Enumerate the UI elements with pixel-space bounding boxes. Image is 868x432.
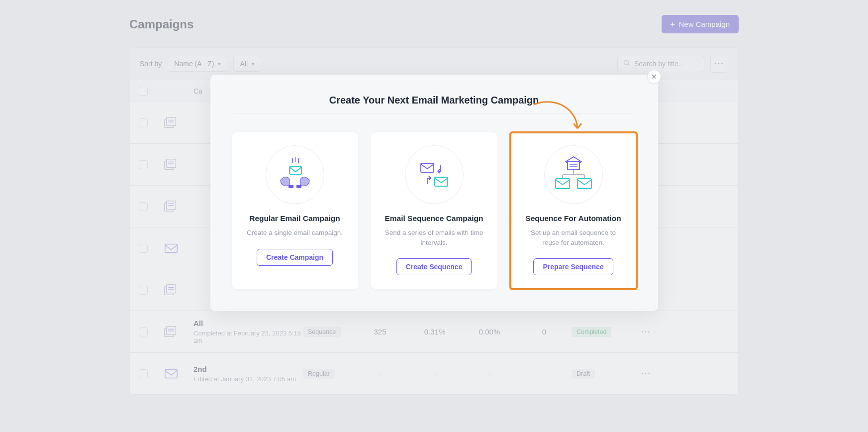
stack-icon <box>164 325 179 339</box>
svg-rect-23 <box>165 369 177 378</box>
row-value: - <box>517 369 572 378</box>
row-checkbox[interactable] <box>139 286 148 295</box>
stack-icon <box>164 116 179 130</box>
card-illustration <box>405 145 464 204</box>
card-desc: Create a single email campaign. <box>241 228 349 238</box>
svg-rect-39 <box>556 179 570 189</box>
stack-icon <box>164 200 179 214</box>
search-input-wrapper[interactable] <box>617 56 704 72</box>
row-value: - <box>353 369 407 378</box>
row-checkbox[interactable] <box>139 369 148 378</box>
hands-email-icon <box>275 156 315 193</box>
create-sequence-button[interactable]: Create Sequence <box>396 258 472 275</box>
chevron-down-icon: ▾ <box>252 61 255 67</box>
close-icon: ✕ <box>651 73 657 81</box>
row-subtitle: Completed at February 23, 2023 5:18 am <box>193 329 303 344</box>
svg-rect-24 <box>289 166 301 174</box>
table-row: 2nd Edited at January 31, 2023 7:05 am R… <box>130 353 738 395</box>
chevron-down-icon: ▾ <box>218 61 221 67</box>
svg-rect-31 <box>435 177 448 186</box>
modal-cards: Regular Email Campaign Create a single e… <box>228 132 640 289</box>
envelope-icon <box>164 367 179 381</box>
search-icon <box>623 59 630 69</box>
svg-rect-32 <box>568 162 579 170</box>
close-button[interactable]: ✕ <box>647 70 661 84</box>
page-header: Campaigns + New Campaign <box>129 15 739 33</box>
automation-tree-icon <box>552 155 595 195</box>
svg-rect-14 <box>165 244 177 252</box>
row-more-button[interactable]: ··· <box>631 369 661 378</box>
row-value: 325 <box>353 327 407 336</box>
prepare-sequence-button[interactable]: Prepare Sequence <box>533 258 613 275</box>
card-title: Email Sequence Campaign <box>380 214 488 223</box>
row-value: 0 <box>517 327 572 336</box>
create-campaign-modal: ✕ Create Your Next Email Marketing Campa… <box>210 75 658 311</box>
plus-icon: + <box>671 20 675 28</box>
row-subtitle: Edited at January 31, 2023 7:05 am <box>193 375 303 383</box>
svg-rect-20 <box>167 326 176 334</box>
card-regular-email: Regular Email Campaign Create a single e… <box>232 132 358 289</box>
svg-rect-30 <box>421 163 434 172</box>
filter-select[interactable]: All ▾ <box>233 56 261 72</box>
stack-icon <box>164 158 179 172</box>
stack-icon <box>164 283 179 297</box>
row-tag: Regular <box>303 369 335 379</box>
row-checkbox[interactable] <box>139 327 148 336</box>
row-checkbox[interactable] <box>139 160 148 169</box>
new-campaign-label: New Campaign <box>678 20 730 28</box>
row-value: - <box>407 369 462 378</box>
row-checkbox[interactable] <box>139 118 148 127</box>
row-title[interactable]: 2nd <box>193 365 303 373</box>
card-sequence-automation: Sequence For Automation Set up an email … <box>510 132 637 289</box>
card-email-sequence: Email Sequence Campaign Send a series of… <box>371 132 497 289</box>
filter-select-value: All <box>240 60 248 68</box>
search-input[interactable] <box>634 60 699 68</box>
svg-rect-29 <box>296 185 301 188</box>
status-badge: Draft <box>572 369 595 379</box>
card-title: Sequence For Automation <box>519 214 628 223</box>
sequence-emails-icon <box>414 156 455 193</box>
row-tag: Sequence <box>303 327 341 337</box>
card-illustration <box>544 145 603 204</box>
create-campaign-button[interactable]: Create Campaign <box>257 249 333 266</box>
card-title: Regular Email Campaign <box>241 214 349 223</box>
new-campaign-button[interactable]: + New Campaign <box>662 15 739 33</box>
row-value: 0.00% <box>462 327 517 336</box>
modal-title: Create Your Next Email Marketing Campaig… <box>234 95 634 113</box>
svg-rect-7 <box>167 159 176 167</box>
select-all-checkbox[interactable] <box>139 87 148 96</box>
row-value: - <box>462 369 517 378</box>
envelope-icon <box>164 241 179 255</box>
status-badge: Completed <box>572 327 611 337</box>
page-title: Campaigns <box>129 17 193 31</box>
toolbar-more-button[interactable]: ··· <box>710 55 728 73</box>
svg-point-0 <box>624 60 629 65</box>
card-desc: Send a series of emails with time interv… <box>380 228 488 247</box>
row-more-button[interactable]: ··· <box>631 327 661 336</box>
svg-rect-3 <box>167 117 176 125</box>
sort-select[interactable]: Name (A - Z) ▾ <box>168 56 227 72</box>
row-value: 0.31% <box>407 327 462 336</box>
sort-select-value: Name (A - Z) <box>174 60 214 68</box>
table-row: All Completed at February 23, 2023 5:18 … <box>130 311 738 353</box>
card-illustration <box>266 145 324 204</box>
svg-rect-28 <box>289 185 293 188</box>
row-checkbox[interactable] <box>139 202 148 211</box>
card-desc: Set up an email sequence to reuse for au… <box>519 228 628 247</box>
svg-rect-11 <box>167 201 176 209</box>
sort-by-label: Sort by <box>140 60 162 68</box>
svg-line-1 <box>628 64 629 66</box>
row-checkbox[interactable] <box>139 244 148 253</box>
svg-rect-40 <box>578 179 591 189</box>
row-title[interactable]: All <box>193 319 303 327</box>
svg-rect-16 <box>167 284 176 293</box>
